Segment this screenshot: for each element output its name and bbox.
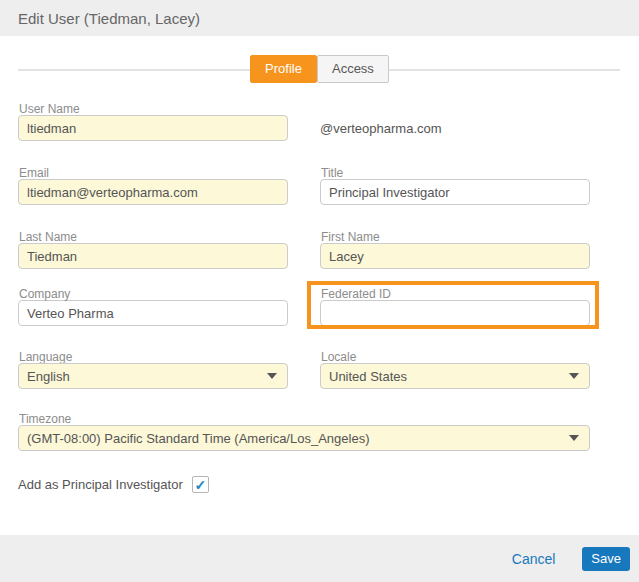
chevron-down-icon <box>569 373 579 379</box>
language-label: Language <box>19 351 288 363</box>
title-field-group: Title <box>320 167 590 205</box>
row-names: Last Name First Name <box>18 231 590 269</box>
dialog-footer: Cancel Save <box>0 535 639 582</box>
timezone-selected-value: (GMT-08:00) Pacific Standard Time (Ameri… <box>27 431 369 446</box>
edit-user-dialog: Edit User (Tiedman, Lacey) Profile Acces… <box>0 0 639 582</box>
row-timezone: Timezone (GMT-08:00) Pacific Standard Ti… <box>18 413 590 451</box>
dialog-header: Edit User (Tiedman, Lacey) <box>0 0 639 36</box>
add-as-pi-label: Add as Principal Investigator <box>18 477 183 492</box>
first-name-label: First Name <box>321 231 590 243</box>
email-label: Email <box>19 167 288 179</box>
row-email-title: Email Title <box>18 167 590 205</box>
title-label: Title <box>321 167 590 179</box>
company-field-group: Company <box>18 288 288 326</box>
title-input[interactable] <box>320 179 590 205</box>
language-select[interactable]: English <box>18 363 288 389</box>
last-name-input[interactable] <box>18 243 288 269</box>
language-field-group: Language English <box>18 351 288 389</box>
chevron-down-icon <box>569 435 579 441</box>
federated-id-input[interactable] <box>320 300 590 326</box>
federated-id-label: Federated ID <box>321 288 590 300</box>
last-name-field-group: Last Name <box>18 231 288 269</box>
language-selected-value: English <box>27 369 70 384</box>
dialog-title: Edit User (Tiedman, Lacey) <box>18 10 200 27</box>
row-language-locale: Language English Locale United States <box>18 351 590 389</box>
user-name-label: User Name <box>19 103 288 115</box>
company-label: Company <box>19 288 288 300</box>
locale-label: Locale <box>321 351 590 363</box>
first-name-input[interactable] <box>320 243 590 269</box>
locale-selected-value: United States <box>329 369 407 384</box>
row-add-as-pi: Add as Principal Investigator ✓ <box>18 476 590 493</box>
federated-id-field-group: Federated ID <box>320 288 590 326</box>
user-name-input[interactable] <box>18 115 288 141</box>
first-name-field-group: First Name <box>320 231 590 269</box>
row-user-name: User Name @verteopharma.com <box>18 103 590 141</box>
last-name-label: Last Name <box>19 231 288 243</box>
domain-suffix-text: @verteopharma.com <box>320 103 590 141</box>
email-field-group: Email <box>18 167 288 205</box>
tab-profile[interactable]: Profile <box>250 55 317 83</box>
save-button[interactable]: Save <box>582 547 630 571</box>
profile-form: User Name @verteopharma.com Email Title … <box>0 83 639 493</box>
locale-select[interactable]: United States <box>320 363 590 389</box>
row-company-federated: Company Federated ID <box>18 288 590 326</box>
user-name-field-group: User Name <box>18 103 288 141</box>
add-as-pi-checkbox[interactable]: ✓ <box>192 476 209 493</box>
company-input[interactable] <box>18 300 288 326</box>
checkmark-icon: ✓ <box>194 478 206 492</box>
tab-bar: Profile Access <box>0 36 639 83</box>
timezone-field-group: Timezone (GMT-08:00) Pacific Standard Ti… <box>18 413 590 451</box>
locale-field-group: Locale United States <box>320 351 590 389</box>
cancel-button[interactable]: Cancel <box>512 551 556 567</box>
email-input[interactable] <box>18 179 288 205</box>
tab-access[interactable]: Access <box>317 55 389 83</box>
timezone-select[interactable]: (GMT-08:00) Pacific Standard Time (Ameri… <box>18 425 590 451</box>
timezone-label: Timezone <box>19 413 590 425</box>
chevron-down-icon <box>267 373 277 379</box>
